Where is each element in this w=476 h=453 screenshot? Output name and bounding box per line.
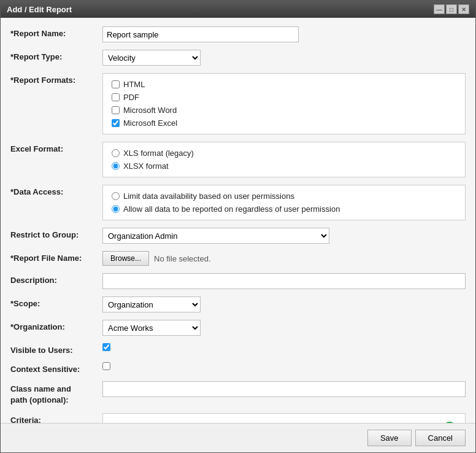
description-label: Description:	[10, 273, 102, 285]
data-access-row: *Data Access: Limit data availability ba…	[10, 185, 466, 220]
class-name-input[interactable]	[102, 381, 466, 397]
maximize-button[interactable]: □	[446, 4, 457, 14]
restrict-group-select[interactable]: Organization Admin	[102, 228, 329, 244]
description-row: Description:	[10, 273, 466, 289]
context-sensitive-checkbox[interactable]	[102, 362, 110, 370]
report-formats-row: *Report Formats: HTML PDF Microsoft Word…	[10, 73, 466, 134]
excel-xls-radio[interactable]	[112, 149, 120, 157]
report-name-input[interactable]	[102, 26, 299, 42]
scope-select[interactable]: Organization	[102, 296, 201, 312]
restrict-group-control: Organization Admin	[102, 228, 466, 244]
format-excel-row: Microsoft Excel	[112, 118, 456, 128]
minimize-button[interactable]: —	[434, 4, 445, 14]
restrict-group-row: Restrict to Group: Organization Admin	[10, 228, 466, 244]
report-file-row: *Report File Name: Browse... No file sel…	[10, 251, 466, 266]
window-controls: — □ ✕	[434, 4, 469, 14]
data-access-label: *Data Access:	[10, 185, 102, 196]
data-access-limit-label: Limit data availability based on user pe…	[123, 192, 294, 201]
context-sensitive-control	[102, 362, 466, 372]
excel-xls-label: XLS format (legacy)	[123, 149, 194, 158]
excel-xlsx-row: XLSX format	[112, 161, 456, 171]
excel-xlsx-label: XLSX format	[123, 161, 169, 171]
data-access-box: Limit data availability based on user pe…	[102, 185, 466, 220]
format-excel-label: Microsoft Excel	[123, 118, 177, 128]
report-type-select[interactable]: Velocity	[102, 50, 201, 66]
data-access-allow-label: Allow all data to be reported on regardl…	[123, 204, 340, 214]
criteria-label: Criteria:	[10, 413, 102, 423]
data-access-limit-radio[interactable]	[112, 192, 120, 200]
format-word-row: Microsoft Word	[112, 106, 456, 115]
excel-xlsx-radio[interactable]	[112, 162, 120, 170]
format-html-label: HTML	[123, 80, 145, 89]
format-pdf-label: PDF	[123, 93, 139, 102]
visible-users-row: Visible to Users:	[10, 343, 466, 355]
excel-xls-row: XLS format (legacy)	[112, 149, 456, 158]
close-button[interactable]: ✕	[458, 4, 469, 14]
excel-format-row: Excel Format: XLS format (legacy) XLSX f…	[10, 142, 466, 177]
format-html-checkbox[interactable]	[112, 80, 120, 88]
report-name-row: *Report Name:	[10, 26, 466, 42]
report-formats-label: *Report Formats:	[10, 73, 102, 85]
class-name-row: Class name andpath (optional):	[10, 381, 466, 406]
data-access-allow-radio[interactable]	[112, 205, 120, 213]
organization-select[interactable]: Acme Works	[102, 320, 201, 336]
report-type-label: *Report Type:	[10, 50, 102, 61]
format-word-checkbox[interactable]	[112, 106, 120, 114]
format-excel-checkbox[interactable]	[112, 119, 120, 127]
criteria-box: Add Report Criterion +	[102, 413, 466, 423]
report-name-label: *Report Name:	[10, 26, 102, 38]
format-pdf-row: PDF	[112, 93, 456, 102]
report-formats-box: HTML PDF Microsoft Word Microsoft Excel	[102, 73, 466, 134]
format-word-label: Microsoft Word	[123, 106, 177, 115]
report-type-row: *Report Type: Velocity	[10, 50, 466, 66]
cancel-button[interactable]: Cancel	[415, 430, 466, 446]
organization-label: *Organization:	[10, 320, 102, 331]
criteria-row: Criteria: Add Report Criterion +	[10, 413, 466, 423]
scope-row: *Scope: Organization	[10, 296, 466, 312]
organization-control: Acme Works	[102, 320, 466, 336]
class-name-label: Class name andpath (optional):	[10, 381, 102, 406]
scope-control: Organization	[102, 296, 466, 312]
excel-format-label: Excel Format:	[10, 142, 102, 153]
scope-label: *Scope:	[10, 296, 102, 308]
data-access-allow-row: Allow all data to be reported on regardl…	[112, 204, 456, 214]
format-html-row: HTML	[112, 80, 456, 89]
report-type-control: Velocity	[102, 50, 466, 66]
main-window: Add / Edit Report — □ ✕ *Report Name: *R…	[0, 0, 476, 453]
titlebar: Add / Edit Report — □ ✕	[1, 1, 475, 18]
save-button[interactable]: Save	[367, 430, 412, 446]
context-sensitive-row: Context Sensitive:	[10, 362, 466, 374]
form-content: *Report Name: *Report Type: Velocity *Re…	[1, 18, 475, 423]
description-input[interactable]	[102, 273, 466, 289]
visible-users-checkbox[interactable]	[102, 343, 110, 351]
browse-button[interactable]: Browse...	[102, 251, 149, 266]
report-file-label: *Report File Name:	[10, 251, 102, 263]
no-file-text: No file selected.	[154, 254, 211, 263]
data-access-limit-row: Limit data availability based on user pe…	[112, 192, 456, 201]
footer: Save Cancel	[1, 423, 475, 452]
report-name-control	[102, 26, 466, 42]
excel-format-box: XLS format (legacy) XLSX format	[102, 142, 466, 177]
report-file-control: Browse... No file selected.	[102, 251, 466, 266]
visible-users-label: Visible to Users:	[10, 343, 102, 355]
organization-row: *Organization: Acme Works	[10, 320, 466, 336]
description-control	[102, 273, 466, 289]
restrict-group-label: Restrict to Group:	[10, 228, 102, 239]
window-title: Add / Edit Report	[7, 5, 72, 14]
context-sensitive-label: Context Sensitive:	[10, 362, 102, 374]
visible-users-control	[102, 343, 466, 353]
class-name-control	[102, 381, 466, 397]
format-pdf-checkbox[interactable]	[112, 93, 120, 101]
